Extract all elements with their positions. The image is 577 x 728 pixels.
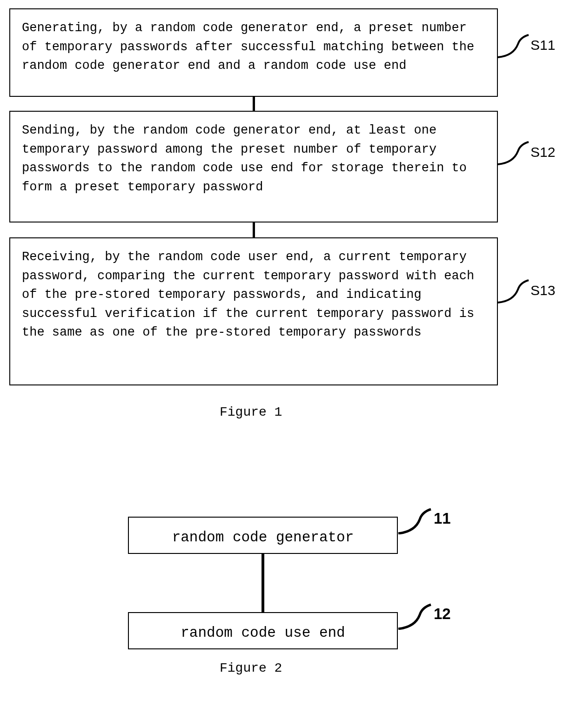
figure2-box-12: random code use end <box>128 612 398 649</box>
figure1-box-s12: Sending, by the random code generator en… <box>9 111 498 222</box>
callout-curve-s12 <box>497 140 530 165</box>
connector-2 <box>253 222 255 237</box>
figure1-box-s13: Receiving, by the random code user end, … <box>9 237 498 385</box>
figure2-box-11: random code generator <box>128 517 398 554</box>
label-s12: S12 <box>530 144 555 160</box>
figure2-box2-text: random code use end <box>181 625 345 641</box>
label-11: 11 <box>434 510 451 527</box>
figure1-box-s11: Generating, by a random code generator e… <box>9 8 498 97</box>
label-s13: S13 <box>530 283 555 298</box>
callout-curve-11 <box>397 506 432 534</box>
callout-curve-s13 <box>497 278 530 303</box>
figure2-caption: Figure 2 <box>220 661 282 675</box>
connector-3 <box>262 554 264 612</box>
figure1-box3-text: Receiving, by the random code user end, … <box>22 250 474 339</box>
figure2-box1-text: random code generator <box>172 529 354 546</box>
label-s11: S11 <box>530 37 555 53</box>
callout-curve-s11 <box>497 33 530 58</box>
figure1-box1-text: Generating, by a random code generator e… <box>22 21 474 73</box>
connector-1 <box>253 97 255 111</box>
label-12: 12 <box>434 605 451 623</box>
figure1-caption: Figure 1 <box>220 405 282 419</box>
figure1-box2-text: Sending, by the random code generator en… <box>22 123 467 194</box>
callout-curve-12 <box>397 602 432 630</box>
